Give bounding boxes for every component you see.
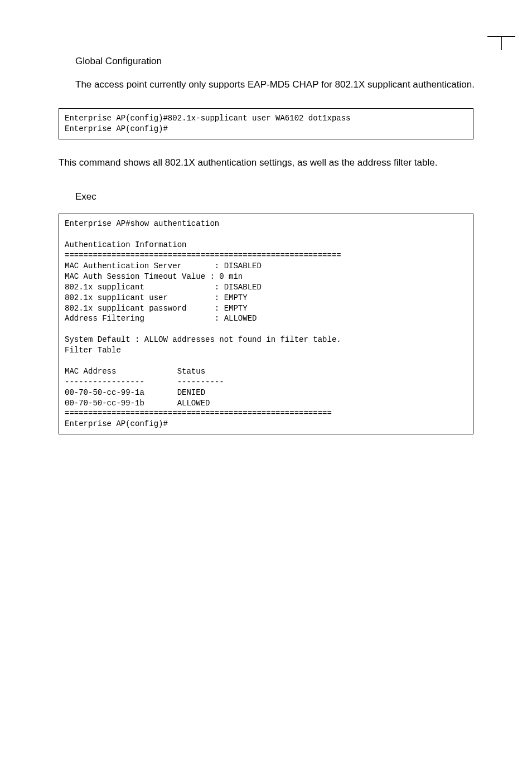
command-mode-heading-1: Global Configuration <box>42 56 490 67</box>
code-example-1: Enterprise AP(config)#802.1x-supplicant … <box>59 108 473 139</box>
body-paragraph-1: The access point currently only supports… <box>42 78 490 91</box>
command-mode-heading-2: Exec <box>42 191 490 202</box>
command-description: This command shows all 802.1X authentica… <box>42 156 490 170</box>
crop-mark <box>487 22 515 50</box>
code-example-2: Enterprise AP#show authentication Authen… <box>59 214 473 434</box>
